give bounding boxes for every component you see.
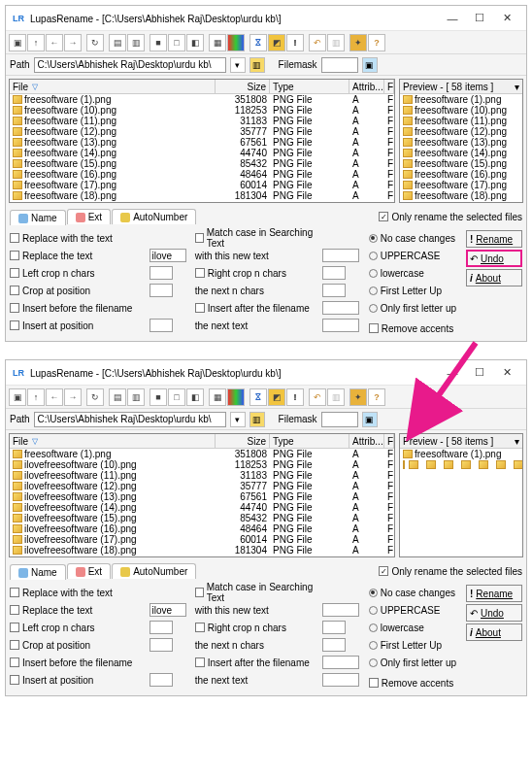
chk-insert-before[interactable] — [10, 657, 19, 667]
chk-left-crop[interactable] — [10, 623, 19, 632]
folder-up-icon[interactable]: ▤ — [109, 388, 126, 406]
next-text-input[interactable] — [322, 319, 359, 332]
list-item[interactable]: freesoftware (1).png — [400, 449, 522, 459]
radio-only-first[interactable] — [369, 658, 378, 667]
table-row[interactable]: ilovefreesoftware (14).png44740PNG FileA… — [10, 502, 394, 513]
radio-uppercase[interactable] — [369, 252, 378, 260]
col-attrib[interactable]: Attrib... — [349, 434, 384, 448]
chk-replace-text[interactable] — [10, 605, 19, 615]
tab-autonumber[interactable]: AutoNumber — [112, 563, 196, 579]
path-dropdown-icon[interactable]: ▾ — [230, 412, 246, 427]
table-row[interactable]: freesoftware (14).png44740PNG FileAF — [10, 148, 394, 158]
col-size[interactable]: Size — [216, 80, 270, 93]
radio-only-first[interactable] — [369, 304, 378, 313]
maximize-button[interactable]: ☐ — [466, 9, 493, 28]
preview-grid[interactable]: Preview - [ 58 items ]▾ freesoftware (1)… — [399, 433, 523, 557]
drive-icon[interactable]: ▣ — [9, 388, 26, 406]
table-row[interactable]: freesoftware (19).png182092PNG FileAF — [10, 201, 394, 203]
insert-at-input[interactable] — [150, 319, 173, 332]
tab-ext[interactable]: Ext — [67, 209, 111, 224]
undo-tool-icon[interactable]: ↶ — [309, 388, 326, 406]
minimize-button[interactable]: — — [439, 9, 466, 28]
table-row[interactable]: freesoftware (10).png118253PNG FileAF — [10, 105, 394, 116]
table-row[interactable]: ilovefreesoftware (19).png182092PNG File… — [10, 556, 394, 557]
radio-first-letter[interactable] — [369, 286, 378, 295]
path-input[interactable] — [34, 412, 226, 427]
col-type[interactable]: Type — [270, 80, 349, 93]
about-button[interactable]: iAbout — [466, 269, 522, 286]
chk-insert-before[interactable] — [10, 303, 19, 313]
color-icon[interactable] — [227, 388, 245, 406]
tab-ext[interactable]: Ext — [67, 563, 111, 579]
list-item[interactable] — [511, 459, 523, 470]
list-item[interactable]: freesoftware (16).png — [400, 169, 522, 180]
help-icon[interactable]: ? — [368, 34, 385, 51]
settings-icon[interactable]: ✦ — [349, 34, 367, 51]
maximize-button[interactable]: ☐ — [466, 363, 493, 383]
list-item[interactable] — [406, 459, 523, 470]
folder-icon[interactable]: ▥ — [127, 388, 145, 406]
list-item[interactable] — [423, 459, 523, 470]
preview-grid[interactable]: Preview - [ 58 items ]▾ freesoftware (1)… — [399, 79, 523, 203]
apply-mask-icon[interactable]: ▣ — [362, 57, 378, 73]
list-item[interactable] — [476, 459, 523, 470]
left-crop-input[interactable] — [150, 621, 173, 634]
chk-right-crop[interactable] — [195, 623, 205, 632]
rename-tool-icon[interactable]: ! — [286, 34, 304, 51]
back-icon[interactable]: ← — [46, 34, 63, 51]
close-button[interactable]: ✕ — [493, 363, 520, 383]
drive-icon[interactable]: ▣ — [9, 34, 26, 51]
select-none-icon[interactable]: □ — [168, 388, 185, 406]
tab-name[interactable]: Name — [10, 564, 66, 580]
col-file[interactable]: File▽ — [10, 80, 216, 93]
insert-after-input[interactable] — [322, 656, 359, 669]
invert-icon[interactable]: ◧ — [186, 34, 204, 51]
list-item[interactable]: freesoftware (1).png — [400, 94, 522, 105]
browse-icon[interactable]: ▥ — [249, 412, 265, 427]
radio-first-letter[interactable] — [369, 641, 378, 650]
table-row[interactable]: freesoftware (17).png60014PNG FileAF — [10, 180, 394, 190]
list-item[interactable]: freesoftware (15).png — [400, 158, 522, 169]
table-row[interactable]: freesoftware (1).png351808PNG FileAF — [10, 449, 394, 459]
undo-button[interactable]: ↶Undo — [466, 250, 522, 267]
replace-text-input[interactable] — [150, 603, 186, 617]
crop-at-input[interactable] — [150, 638, 173, 652]
col-size[interactable]: Size — [216, 434, 270, 448]
options-icon[interactable]: ◩ — [268, 388, 285, 406]
with-new-input[interactable] — [322, 603, 359, 617]
chk-insert-at[interactable] — [10, 320, 19, 330]
table-row[interactable]: freesoftware (11).png31183PNG FileAF — [10, 116, 394, 126]
color-icon[interactable] — [227, 34, 245, 51]
binoculars-icon[interactable]: ⴵ — [249, 388, 267, 406]
path-dropdown-icon[interactable]: ▾ — [230, 57, 246, 73]
table-row[interactable]: ilovefreesoftware (17).png60014PNG FileA… — [10, 534, 394, 545]
list-icon[interactable]: ▦ — [209, 388, 226, 406]
list-icon[interactable]: ▦ — [209, 34, 226, 51]
list-item[interactable]: freesoftware (14).png — [400, 148, 522, 158]
chk-match-case[interactable] — [195, 588, 204, 597]
list-item[interactable] — [458, 459, 523, 470]
binoculars-icon[interactable]: ⴵ — [249, 34, 267, 51]
list-item[interactable] — [400, 459, 522, 470]
tab-autonumber[interactable]: AutoNumber — [112, 209, 196, 224]
radio-lowercase[interactable] — [369, 269, 378, 278]
redo-tool-icon[interactable]: ▥ — [327, 388, 345, 406]
table-row[interactable]: ilovefreesoftware (12).png35777PNG FileA… — [10, 481, 394, 491]
path-input[interactable] — [34, 57, 226, 73]
crop-at-input[interactable] — [150, 284, 173, 297]
file-grid[interactable]: File▽ Size Type Attrib... F freesoftware… — [9, 79, 395, 203]
col-flag[interactable]: F — [384, 80, 394, 93]
chk-match-case[interactable] — [195, 233, 204, 243]
forward-icon[interactable]: → — [64, 388, 82, 406]
insert-at-input[interactable] — [150, 673, 173, 687]
chk-replace-with[interactable] — [10, 588, 19, 597]
col-file[interactable]: File▽ — [10, 434, 216, 448]
folder-up-icon[interactable]: ▤ — [109, 34, 126, 51]
refresh-icon[interactable]: ↻ — [86, 34, 104, 51]
radio-no-case[interactable] — [369, 234, 378, 243]
invert-icon[interactable]: ◧ — [186, 388, 204, 406]
apply-mask-icon[interactable]: ▣ — [362, 412, 378, 427]
table-row[interactable]: freesoftware (1).png351808PNG FileAF — [10, 94, 394, 105]
table-row[interactable]: freesoftware (13).png67561PNG FileAF — [10, 137, 394, 148]
settings-icon[interactable]: ✦ — [349, 388, 367, 406]
